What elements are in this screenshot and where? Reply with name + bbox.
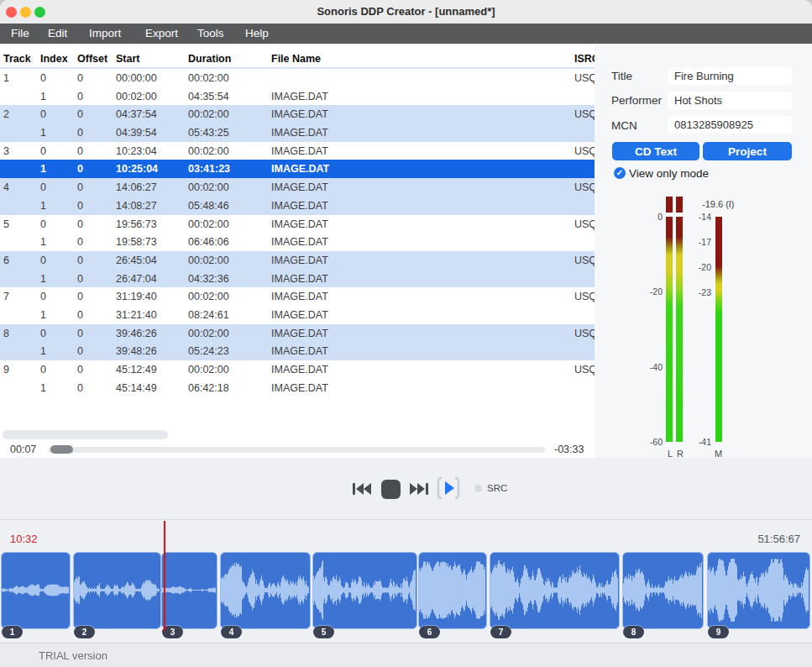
track-segment-1[interactable] xyxy=(1,552,71,629)
table-row[interactable]: 50019:56:7300:02:00IMAGE.DATUSQ xyxy=(0,215,595,234)
cell-track: 3 xyxy=(3,145,9,157)
lr-scale-tick: -60 xyxy=(641,437,663,447)
track-segment-4[interactable] xyxy=(220,552,311,629)
playback-slider-track[interactable] xyxy=(48,447,545,453)
cell-duration: 00:02:00 xyxy=(188,255,229,266)
cell-duration: 00:02:00 xyxy=(188,291,229,302)
column-header-isrc[interactable]: ISRC xyxy=(574,53,595,65)
cell-offset: 0 xyxy=(77,345,83,357)
cell-index: 1 xyxy=(40,382,46,394)
next-track-button[interactable] xyxy=(409,481,429,499)
mcn-field[interactable] xyxy=(668,116,792,134)
waveform-graphic xyxy=(490,553,618,628)
menu-item-export[interactable]: Export xyxy=(145,27,178,39)
track-number-badge: 8 xyxy=(623,626,644,638)
table-row[interactable]: 1039:48:2605:24:23IMAGE.DAT xyxy=(0,342,595,360)
meter-right-peak-cap xyxy=(676,197,683,213)
cell-offset: 0 xyxy=(77,163,83,175)
table-row[interactable]: 1014:08:2705:48:46IMAGE.DAT xyxy=(0,197,595,215)
app-window: Sonoris DDP Creator - [unnamed*] FileEdi… xyxy=(0,0,812,667)
cell-offset: 0 xyxy=(77,127,83,139)
meter-left-peak-cap xyxy=(666,197,673,213)
cd-text-button[interactable]: CD Text xyxy=(612,142,699,160)
cell-offset: 0 xyxy=(77,108,83,120)
cell-file: IMAGE.DAT xyxy=(271,255,328,266)
waveform-graphic xyxy=(313,553,416,628)
stop-button[interactable] xyxy=(381,480,401,499)
menu-item-tools[interactable]: Tools xyxy=(197,27,224,39)
cell-track: 4 xyxy=(3,181,9,193)
table-row[interactable]: 1004:39:5405:43:25IMAGE.DAT xyxy=(0,123,595,142)
table-row[interactable]: 70031:19:4000:02:00IMAGE.DATUSQ xyxy=(0,287,595,306)
table-row[interactable]: 20004:37:5400:02:00IMAGE.DATUSQ xyxy=(0,105,595,123)
cell-isrc: USQ xyxy=(574,364,595,376)
focus-bracket-left xyxy=(438,478,442,498)
play-button[interactable] xyxy=(435,475,462,504)
cell-offset: 0 xyxy=(77,328,83,339)
menu-item-import[interactable]: Import xyxy=(89,27,121,39)
trial-version-label: TRIAL version xyxy=(39,649,107,662)
cell-isrc: USQ xyxy=(574,255,595,266)
waveform-graphic xyxy=(2,553,69,628)
column-header-track[interactable]: Track xyxy=(3,53,31,65)
track-segment-8[interactable] xyxy=(622,552,704,629)
column-header-index[interactable]: Index xyxy=(40,53,68,65)
previous-icon xyxy=(352,481,372,496)
cell-duration: 06:46:06 xyxy=(188,236,229,248)
cell-duration: 00:02:00 xyxy=(188,72,229,84)
menu-item-file[interactable]: File xyxy=(11,27,29,39)
cell-offset: 0 xyxy=(77,181,83,193)
meter-bar-mid xyxy=(715,217,722,442)
column-header-offset[interactable]: Offset xyxy=(77,53,107,65)
table-row[interactable]: 80039:46:2600:02:00IMAGE.DATUSQ xyxy=(0,324,595,343)
table-row[interactable]: 60026:45:0400:02:00IMAGE.DATUSQ xyxy=(0,251,595,270)
cell-start: 10:23:04 xyxy=(116,145,157,157)
table-row[interactable]: 90045:12:4900:02:00IMAGE.DATUSQ xyxy=(0,360,595,379)
table-row[interactable]: 10000:00:0000:02:00USQ xyxy=(0,69,595,87)
table-row[interactable]: 30010:23:0400:02:00IMAGE.DATUSQ xyxy=(0,142,595,160)
previous-track-button[interactable] xyxy=(352,481,372,499)
table-row[interactable]: 1019:58:7306:46:06IMAGE.DAT xyxy=(0,233,595,251)
cell-track: 2 xyxy=(3,108,9,120)
menu-item-help[interactable]: Help xyxy=(245,27,269,39)
cell-duration: 03:41:23 xyxy=(188,163,230,175)
view-only-checkbox[interactable]: ✓ xyxy=(614,167,626,179)
table-row[interactable]: 1010:25:0403:41:23IMAGE.DAT xyxy=(0,160,595,178)
track-segment-9[interactable] xyxy=(707,552,810,629)
playback-slider-thumb[interactable] xyxy=(50,445,73,454)
track-segment-6[interactable] xyxy=(418,552,487,629)
cell-start: 10:25:04 xyxy=(116,163,158,175)
horizontal-scrollbar[interactable] xyxy=(3,430,168,439)
track-segment-5[interactable] xyxy=(312,552,417,629)
loudness-readout: -19.6 (I) xyxy=(702,199,735,209)
cell-duration: 00:02:00 xyxy=(188,364,229,376)
cell-index: 0 xyxy=(40,328,46,339)
column-header-duration[interactable]: Duration xyxy=(188,53,231,65)
track-segment-7[interactable] xyxy=(490,552,620,629)
table-row[interactable]: 1000:02:0004:35:54IMAGE.DAT xyxy=(0,87,595,106)
play-icon xyxy=(445,481,454,495)
performer-field[interactable] xyxy=(668,92,792,109)
column-header-start[interactable]: Start xyxy=(116,53,139,65)
menu-bar: FileEditImportExportToolsHelp xyxy=(0,24,812,44)
cell-start: 00:02:00 xyxy=(116,91,157,102)
src-radio[interactable] xyxy=(474,485,482,492)
cell-track: 7 xyxy=(3,291,9,302)
playhead-line xyxy=(164,521,165,631)
status-bar: TRIAL version xyxy=(0,643,812,667)
table-row[interactable]: 1026:47:0404:32:36IMAGE.DAT xyxy=(0,270,595,288)
column-header-file-name[interactable]: File Name xyxy=(271,53,321,65)
next-icon xyxy=(409,481,429,496)
project-button[interactable]: Project xyxy=(703,142,792,160)
track-segment-2[interactable] xyxy=(73,552,161,629)
track-segment-3[interactable] xyxy=(161,552,217,629)
title-field[interactable] xyxy=(668,67,792,85)
table-row[interactable]: 40014:06:2700:02:00IMAGE.DATUSQ xyxy=(0,178,595,197)
cell-start: 31:21:40 xyxy=(116,309,157,321)
menu-item-edit[interactable]: Edit xyxy=(48,27,67,39)
table-row[interactable]: 1031:21:4008:24:61IMAGE.DAT xyxy=(0,306,595,324)
cell-file: IMAGE.DAT xyxy=(271,273,328,285)
cell-index: 0 xyxy=(40,72,46,84)
table-row[interactable]: 1045:14:4906:42:18IMAGE.DAT xyxy=(0,379,595,397)
cell-isrc: USQ xyxy=(574,291,595,302)
